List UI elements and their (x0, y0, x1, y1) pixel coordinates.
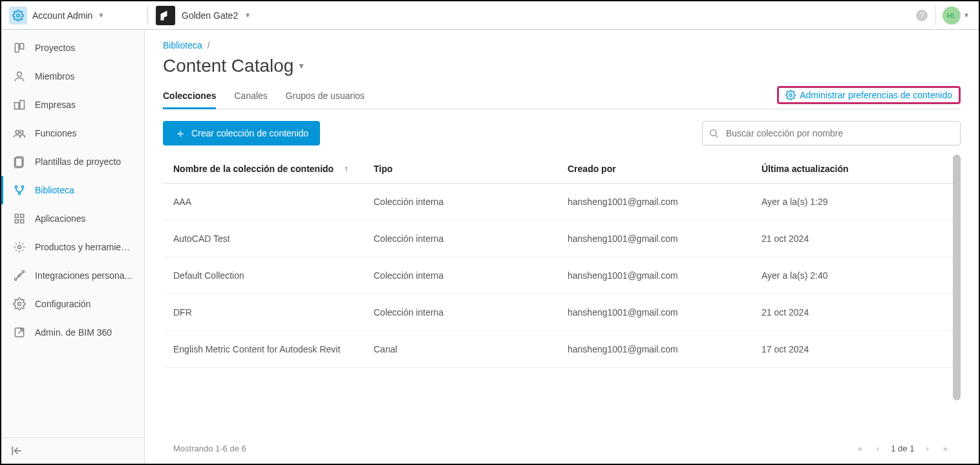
sidebar-item-settings[interactable]: Configuración (1, 290, 144, 318)
breadcrumb-separator: / (208, 40, 210, 50)
products-icon (13, 241, 26, 254)
cell-updated: Ayer a la(s) 1:29 (751, 184, 961, 221)
create-button-label: Crear colección de contenido (191, 128, 308, 138)
page-first-button[interactable]: « (855, 442, 865, 455)
sidebar-item-templates[interactable]: Plantillas de proyecto (1, 147, 144, 176)
col-updated[interactable]: Última actualización (762, 164, 849, 174)
pagination: « ‹ 1 de 1 › » (855, 442, 950, 455)
sort-asc-icon[interactable]: ↑ (344, 164, 348, 174)
breadcrumb-root[interactable]: Biblioteca (163, 40, 202, 50)
sidebar-item-integrations[interactable]: Integraciones persona... (1, 261, 144, 290)
svg-point-24 (789, 94, 792, 96)
table-row[interactable]: DFRColección internahansheng1001@gmail.c… (163, 294, 961, 331)
roles-icon (13, 127, 26, 140)
sidebar-item-label: Funciones (35, 128, 77, 138)
chevron-down-icon: ▼ (244, 12, 251, 19)
svg-point-0 (17, 14, 20, 17)
sidebar-item-members[interactable]: Miembros (1, 62, 144, 91)
page-next-button[interactable]: › (923, 442, 931, 455)
collapse-sidebar-button[interactable] (10, 444, 135, 457)
create-collection-button[interactable]: ＋ Crear colección de contenido (163, 121, 320, 146)
cell-updated: Ayer a la(s) 2:40 (751, 257, 961, 294)
search-icon (708, 128, 719, 138)
companies-icon (13, 98, 26, 111)
svg-rect-14 (21, 214, 24, 217)
svg-point-19 (22, 271, 24, 273)
page-last-button[interactable]: » (941, 442, 950, 455)
svg-rect-15 (15, 220, 18, 223)
cell-updated: 21 oct 2024 (751, 221, 961, 257)
project-name: Golden Gate2 (182, 10, 238, 21)
search-input[interactable] (702, 121, 961, 146)
prefs-link-label: Administrar preferencias de contenido (800, 90, 952, 100)
cell-type: Colección interna (363, 221, 557, 257)
user-menu[interactable]: HL ▼ (935, 5, 970, 26)
table-row[interactable]: AAAColección internahansheng1001@gmail.c… (163, 184, 961, 221)
svg-point-10 (15, 186, 17, 188)
project-selector[interactable]: Golden Gate2 ▼ (151, 6, 256, 25)
svg-point-18 (15, 278, 17, 280)
cell-created-by: hansheng1001@gmail.com (557, 294, 751, 331)
col-type[interactable]: Tipo (374, 164, 392, 174)
chevron-down-icon: ▼ (98, 12, 104, 19)
table-row[interactable]: AutoCAD TestColección internahansheng100… (163, 221, 961, 257)
svg-point-3 (17, 72, 22, 76)
cell-name: Default Collection (163, 257, 363, 294)
svg-point-7 (20, 131, 23, 134)
settings-icon (13, 297, 26, 310)
tab-grupos-de-usuarios[interactable]: Grupos de usuarios (286, 84, 365, 109)
svg-point-25 (710, 130, 716, 136)
page-indicator: 1 de 1 (891, 444, 914, 453)
breadcrumb: Biblioteca / (163, 40, 961, 50)
cell-created-by: hansheng1001@gmail.com (557, 257, 751, 294)
table-row[interactable]: English Metric Content for Autodesk Revi… (163, 331, 961, 368)
svg-rect-16 (21, 220, 24, 223)
sidebar-item-projects[interactable]: Proyectos (1, 34, 144, 62)
divider (147, 6, 148, 25)
sidebar-item-companies[interactable]: Empresas (1, 91, 144, 119)
help-icon[interactable]: ? (916, 10, 928, 21)
svg-point-11 (21, 186, 23, 188)
manage-content-prefs-link[interactable]: Administrar preferencias de contenido (777, 86, 961, 104)
library-icon (13, 184, 26, 197)
cell-name: AAA (163, 184, 363, 221)
tab-canales[interactable]: Canales (234, 84, 267, 109)
sidebar-item-library[interactable]: Biblioteca (1, 176, 144, 204)
table-summary: Mostrando 1-6 de 6 (173, 444, 246, 453)
sidebar-item-apps[interactable]: Aplicaciones (1, 204, 144, 233)
sidebar-item-label: Integraciones persona... (35, 270, 132, 281)
sidebar-item-products[interactable]: Productos y herramien... (1, 233, 144, 261)
sidebar-item-label: Configuración (35, 299, 91, 309)
cell-created-by: hansheng1001@gmail.com (557, 331, 751, 368)
gear-icon (785, 90, 796, 100)
page-prev-button[interactable]: ‹ (874, 442, 882, 455)
sidebar-item-label: Aplicaciones (35, 213, 86, 224)
svg-rect-5 (20, 100, 25, 109)
cell-type: Canal (363, 331, 557, 368)
cell-name: AutoCAD Test (163, 221, 363, 257)
page-title[interactable]: Content Catalog ▼ (163, 56, 961, 76)
svg-rect-1 (15, 43, 19, 52)
sidebar-item-label: Proyectos (35, 43, 75, 53)
scrollbar[interactable] (953, 155, 961, 400)
apps-icon (13, 212, 26, 225)
cell-type: Colección interna (363, 257, 557, 294)
tab-colecciones[interactable]: Colecciones (163, 84, 216, 109)
sidebar-item-label: Miembros (35, 71, 74, 81)
sidebar-item-label: Plantillas de proyecto (35, 157, 121, 167)
topbar: Account Admin ▼ Golden Gate2 ▼ ? HL ▼ (1, 1, 979, 30)
role-selector[interactable]: Account Admin ▼ (1, 1, 145, 29)
integrations-icon (13, 269, 26, 282)
cell-updated: 17 oct 2024 (751, 331, 961, 368)
cell-created-by: hansheng1001@gmail.com (557, 184, 751, 221)
col-name[interactable]: Nombre de la colección de contenido (173, 164, 334, 174)
sidebar-item-roles[interactable]: Funciones (1, 119, 144, 147)
col-created-by[interactable]: Creado por (568, 164, 616, 174)
sidebar-item-external[interactable]: Admin. de BIM 360 (1, 318, 144, 347)
brand-logo-icon (156, 6, 175, 25)
svg-rect-2 (20, 43, 24, 49)
svg-line-26 (716, 135, 718, 137)
cell-type: Colección interna (363, 294, 557, 331)
table-row[interactable]: Default CollectionColección internahansh… (163, 257, 961, 294)
page-title-text: Content Catalog (163, 56, 293, 76)
